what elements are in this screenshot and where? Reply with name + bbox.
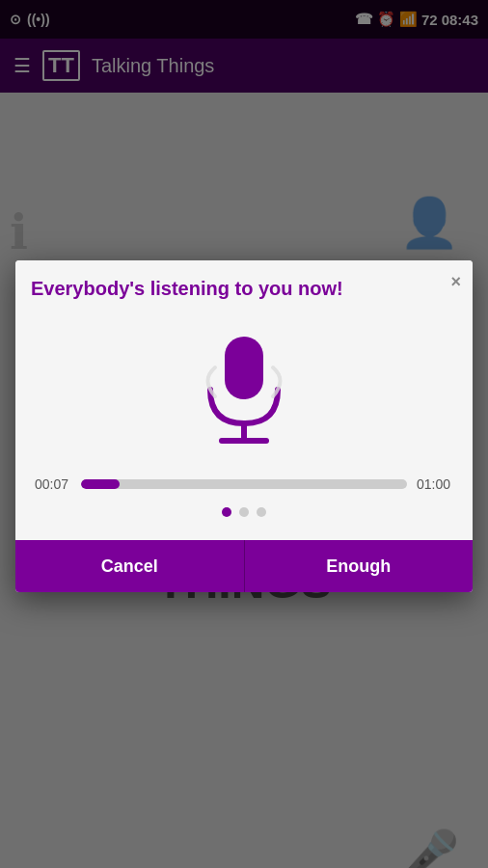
progress-bar-fill [81,479,120,489]
dialog: Everybody's listening to you now! × [15,260,473,592]
enough-button[interactable]: Enough [245,540,474,592]
dot-2 [239,507,249,517]
microphone-icon [186,322,302,457]
svg-rect-0 [225,337,263,399]
page-dots [222,507,266,517]
close-button[interactable]: × [450,272,461,292]
dialog-title: Everybody's listening to you now! [31,276,434,301]
progress-row: 00:07 01:00 [35,476,453,492]
time-start: 00:07 [35,476,71,492]
dialog-buttons: Cancel Enough [15,540,473,592]
progress-bar-background [81,479,407,489]
time-end: 01:00 [417,476,453,492]
dialog-body: 00:07 01:00 [15,312,473,540]
dot-3 [257,507,266,517]
cancel-button[interactable]: Cancel [15,540,245,592]
dialog-header: Everybody's listening to you now! × [15,260,473,312]
dot-1 [222,507,231,517]
